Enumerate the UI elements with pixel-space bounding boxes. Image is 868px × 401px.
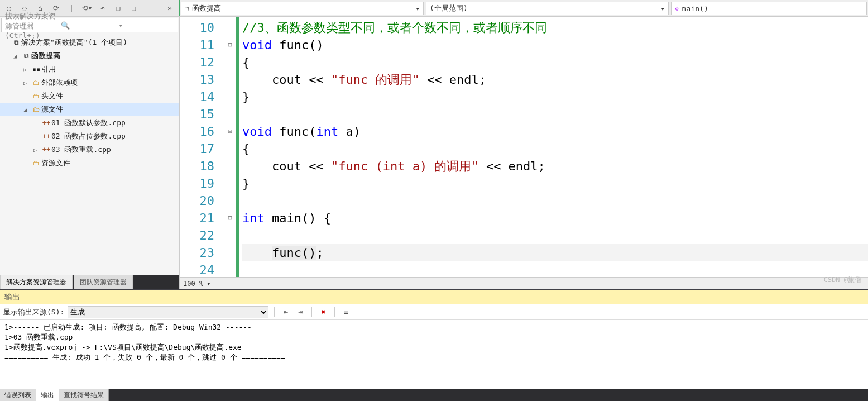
- tab-error-list[interactable]: 错误列表: [0, 389, 36, 401]
- cpp-icon: ++: [41, 132, 51, 140]
- copy-icon[interactable]: ❐: [113, 3, 124, 14]
- scope-function-combo[interactable]: ◇main(): [671, 2, 867, 15]
- sep-icon: |: [66, 3, 77, 14]
- tab-team-explorer[interactable]: 团队资源管理器: [74, 275, 133, 289]
- scope-global-combo[interactable]: (全局范围)▾: [426, 2, 669, 15]
- method-icon: ◇: [675, 5, 679, 12]
- folder-icon: 🗀: [31, 79, 41, 87]
- clear-icon[interactable]: ✖: [318, 307, 329, 318]
- sidebar-tabs: 解决方案资源管理器 团队资源管理器: [0, 275, 179, 289]
- solution-node[interactable]: ⧉解决方案"函数提高"(1 个项目): [0, 36, 179, 49]
- output-panel: 输出 显示输出来源(S): 生成 ⇤ ⇥ ✖ ≡ 1>------ 已启动生成:…: [0, 289, 868, 401]
- folder-open-icon: 🗁: [31, 106, 41, 113]
- output-title: 输出: [0, 290, 868, 304]
- output-source-label: 显示输出来源(S):: [3, 307, 64, 317]
- cpp-icon: ++: [41, 146, 51, 154]
- cpp-icon: ++: [41, 119, 51, 127]
- source-file[interactable]: ++01 函数默认参数.cpp: [0, 116, 179, 130]
- undo-icon[interactable]: ↶: [97, 3, 108, 14]
- tab-solution-explorer[interactable]: 解决方案资源管理器: [0, 275, 73, 289]
- top-toolbar: ◌ ◌ ⌂ ⟳ | ⟲▾ ↶ ❐ ❐ » ⬚函数提高▾ (全局范围)▾ ◇mai…: [0, 0, 868, 17]
- search-icon: 🔍: [61, 21, 117, 30]
- output-text[interactable]: 1>------ 已启动生成: 项目: 函数提高, 配置: Debug Win3…: [0, 320, 868, 389]
- tab-find-symbol[interactable]: 查找符号结果: [59, 389, 109, 401]
- source-file[interactable]: ++02 函数占位参数.cpp: [0, 130, 179, 143]
- indent-left-icon[interactable]: ⇤: [280, 307, 291, 318]
- source-file[interactable]: ▷++03 函数重载.cpp: [0, 143, 179, 156]
- sources-node[interactable]: ◢🗁源文件: [0, 103, 179, 116]
- tab-output[interactable]: 输出: [36, 389, 59, 401]
- headers-node[interactable]: 🗀头文件: [0, 89, 179, 103]
- project-icon: ⧉: [21, 52, 31, 60]
- indent-right-icon[interactable]: ⇥: [295, 307, 306, 318]
- external-deps-node[interactable]: ▷🗀外部依赖项: [0, 76, 179, 89]
- more-icon[interactable]: »: [164, 3, 175, 14]
- code-text[interactable]: //3、函数参数类型不同，或者个数不同，或者顺序不同void func(){ c…: [239, 17, 868, 277]
- code-editor: 101112131415161718192021222324 ⊟⊟⊟ //3、函…: [180, 17, 868, 289]
- history-icon[interactable]: ⟲▾: [81, 3, 93, 14]
- class-icon: ⬚: [185, 5, 189, 12]
- zoom-bar[interactable]: 100 % ▾: [180, 277, 868, 289]
- project-node[interactable]: ◢⧉函数提高: [0, 49, 179, 63]
- paste-icon[interactable]: ❐: [128, 3, 140, 14]
- folder-icon: 🗀: [31, 92, 41, 100]
- folder-icon: 🗀: [31, 159, 41, 167]
- wrap-icon[interactable]: ≡: [341, 307, 352, 318]
- output-source-select[interactable]: 生成: [68, 306, 268, 318]
- solution-explorer: 搜索解决方案资源管理器(Ctrl+;) 🔍▾ ⧉解决方案"函数提高"(1 个项目…: [0, 17, 180, 289]
- solution-icon: ⧉: [11, 39, 21, 46]
- search-input[interactable]: 搜索解决方案资源管理器(Ctrl+;) 🔍▾: [1, 18, 178, 32]
- resources-node[interactable]: 🗀资源文件: [0, 156, 179, 170]
- line-numbers: 101112131415161718192021222324: [180, 17, 224, 277]
- scope-project-combo[interactable]: ⬚函数提高▾: [181, 2, 424, 15]
- references-node[interactable]: ▷▪▪引用: [0, 63, 179, 76]
- refs-icon: ▪▪: [31, 65, 41, 73]
- fold-gutter[interactable]: ⊟⊟⊟: [224, 17, 236, 277]
